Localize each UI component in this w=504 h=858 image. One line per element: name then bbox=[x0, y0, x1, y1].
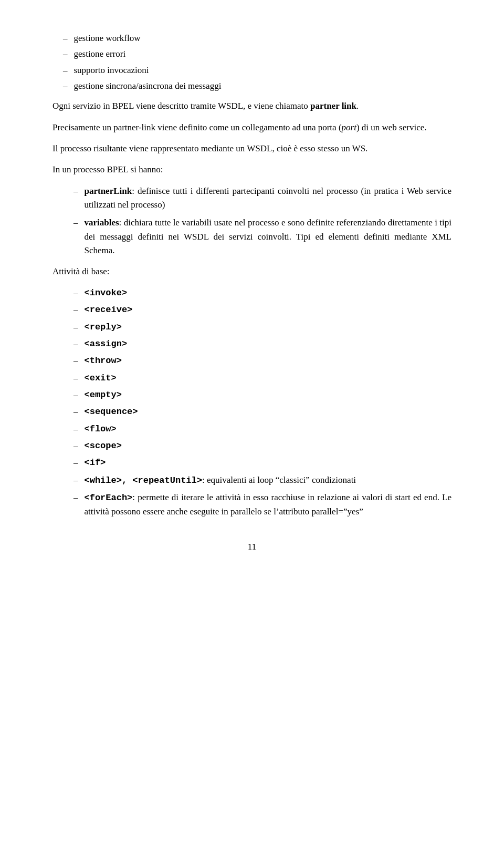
dash-icon: – bbox=[63, 64, 68, 77]
activity-sequence: – <sequence> bbox=[74, 405, 452, 419]
activity-text: <while>, <repeatUntil>: equivalenti ai l… bbox=[85, 473, 452, 488]
dash-icon: – bbox=[74, 184, 78, 198]
activity-text: <reply> bbox=[85, 321, 452, 334]
bpel-items-list: – partnerLink: definisce tutti i differe… bbox=[52, 184, 452, 258]
paragraph-2-end: ) di un web service. bbox=[356, 122, 427, 132]
activity-text: <invoke> bbox=[85, 286, 452, 300]
activity-flow: – <flow> bbox=[74, 422, 452, 436]
dash-icon: – bbox=[74, 371, 78, 385]
dash-icon: – bbox=[74, 216, 78, 230]
dash-icon: – bbox=[74, 354, 78, 368]
activity-text: <empty> bbox=[85, 388, 452, 402]
variables-desc: : dichiara tutte le variabili usate nel … bbox=[85, 218, 452, 255]
intro-bullet-list: – gestione workflow – gestione errori – … bbox=[52, 32, 452, 93]
list-item: – gestione workflow bbox=[52, 32, 452, 45]
activity-text: <throw> bbox=[85, 354, 452, 368]
activity-throw: – <throw> bbox=[74, 354, 452, 368]
dash-icon: – bbox=[63, 79, 68, 93]
activity-text: <assign> bbox=[85, 337, 452, 351]
bpel-item-partnerlink: – partnerLink: definisce tutti i differe… bbox=[74, 184, 452, 212]
partnerlink-desc: : definisce tutti i differenti partecipa… bbox=[85, 186, 452, 210]
bpel-item-variables: – variables: dichiara tutte le variabili… bbox=[74, 216, 452, 257]
activity-text: <flow> bbox=[85, 422, 452, 436]
activity-invoke: – <invoke> bbox=[74, 286, 452, 300]
list-item: – gestione errori bbox=[52, 47, 452, 61]
activity-empty: – <empty> bbox=[74, 388, 452, 402]
activity-text: <exit> bbox=[85, 371, 452, 385]
activities-list: – <invoke> – <receive> – <reply> – <assi… bbox=[52, 286, 452, 519]
dash-icon: – bbox=[63, 47, 68, 61]
dash-icon: – bbox=[74, 456, 78, 470]
item-text: supporto invocazioni bbox=[74, 64, 452, 77]
dash-icon: – bbox=[74, 388, 78, 402]
page-number: 11 bbox=[52, 540, 452, 554]
bpel-item-text: variables: dichiara tutte le variabili u… bbox=[85, 216, 452, 257]
activity-exit: – <exit> bbox=[74, 371, 452, 385]
activity-text: <sequence> bbox=[85, 405, 452, 419]
foreach-mono: <forEach> bbox=[85, 493, 133, 503]
dash-icon: – bbox=[74, 303, 78, 317]
activity-if: – <if> bbox=[74, 456, 452, 470]
activity-text: <forEach>: permette di iterare le attivi… bbox=[85, 491, 452, 519]
variables-term: variables bbox=[85, 218, 119, 228]
item-text: gestione workflow bbox=[74, 32, 452, 45]
foreach-desc: : permette di iterare le attività in ess… bbox=[85, 492, 452, 516]
activities-heading: Attività di base: bbox=[52, 265, 452, 278]
activity-reply: – <reply> bbox=[74, 321, 452, 334]
dash-icon: – bbox=[74, 491, 78, 504]
dash-icon: – bbox=[74, 321, 78, 334]
dash-icon: – bbox=[74, 337, 78, 351]
dash-icon: – bbox=[74, 439, 78, 453]
activity-text: <scope> bbox=[85, 439, 452, 453]
dash-icon: – bbox=[74, 473, 78, 487]
partner-link-term: partner link bbox=[310, 101, 356, 111]
activity-while: – <while>, <repeatUntil>: equivalenti ai… bbox=[74, 473, 452, 488]
list-item: – gestione sincrona/asincrona dei messag… bbox=[52, 79, 452, 93]
paragraph-1: Ogni servizio in BPEL viene descritto tr… bbox=[52, 99, 452, 113]
activity-text: <receive> bbox=[85, 303, 452, 317]
activity-receive: – <receive> bbox=[74, 303, 452, 317]
activity-scope: – <scope> bbox=[74, 439, 452, 453]
while-mono: <while>, <repeatUntil> bbox=[85, 475, 202, 485]
item-text: gestione sincrona/asincrona dei messaggi bbox=[74, 79, 452, 93]
bpel-intro: In un processo BPEL si hanno: bbox=[52, 163, 452, 177]
paragraph-2: Precisamente un partner-link viene defin… bbox=[52, 121, 452, 135]
while-desc: : equivalenti ai loop “classici” con­diz… bbox=[202, 475, 356, 485]
activity-assign: – <assign> bbox=[74, 337, 452, 351]
paragraph-1-start: Ogni servizio in BPEL viene descritto tr… bbox=[52, 101, 310, 111]
activity-foreach: – <forEach>: permette di iterare le atti… bbox=[74, 491, 452, 519]
partnerlink-term: partnerLink bbox=[85, 186, 132, 196]
paragraph-1-end: . bbox=[356, 101, 359, 111]
item-text: gestione errori bbox=[74, 47, 452, 61]
dash-icon: – bbox=[63, 32, 68, 45]
dash-icon: – bbox=[74, 405, 78, 419]
list-item: – supporto invocazioni bbox=[52, 64, 452, 77]
bpel-item-text: partnerLink: definisce tutti i different… bbox=[85, 184, 452, 212]
activity-text: <if> bbox=[85, 456, 452, 470]
paragraph-3: Il processo risultante viene rappresenta… bbox=[52, 142, 452, 156]
port-term: port bbox=[342, 122, 356, 132]
dash-icon: – bbox=[74, 286, 78, 300]
paragraph-2-start: Precisamente un partner-link viene defin… bbox=[52, 122, 342, 132]
dash-icon: – bbox=[74, 422, 78, 436]
page: – gestione workflow – gestione errori – … bbox=[0, 0, 504, 858]
